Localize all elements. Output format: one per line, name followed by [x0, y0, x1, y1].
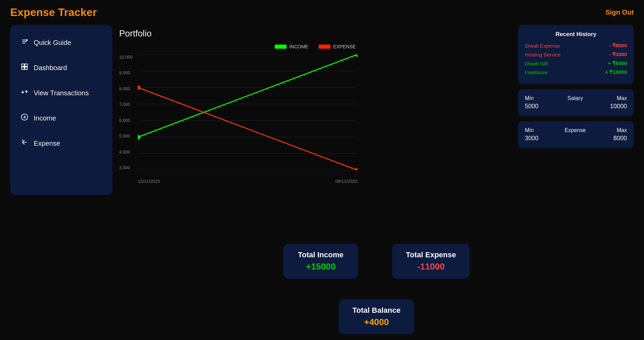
history-amount-3: + ₹10000 [605, 69, 627, 75]
history-item-1: Hosting Service - ₹3000 [525, 51, 627, 58]
expense-min-value: 3000 [525, 135, 538, 142]
sidebar-item-quick-guide[interactable]: Quick Guide [15, 32, 107, 53]
chart-container: Portfolio INCOME EXPENSE 10,000 [119, 25, 511, 233]
transactions-icon [21, 88, 28, 98]
quick-guide-icon [21, 38, 28, 47]
salary-stat-header: Min Salary Max [525, 95, 627, 101]
chart-area: 10,000 9,000 8,000 7,000 6,000 5,000 4,0… [119, 54, 357, 184]
x-label-start: 12/11/2023 [138, 179, 160, 184]
recent-history-title: Recent History [525, 31, 627, 38]
chart-svg [138, 54, 357, 170]
svg-point-25 [138, 135, 140, 140]
svg-line-27 [138, 87, 357, 170]
history-item-2: Diwali Gift + ₹5000 [525, 60, 627, 66]
sidebar-label-quick-guide: Quick Guide [34, 39, 71, 47]
right-panel: Recent History Diwali Expense - ₹8000 Ho… [518, 25, 634, 233]
salary-max-label: Max [617, 95, 627, 101]
history-item-0: Diwali Expense - ₹8000 [525, 43, 627, 49]
sidebar-label-expense: Expense [34, 140, 60, 147]
expense-stat-header: Min Expense Max [525, 127, 627, 133]
content-area: Portfolio INCOME EXPENSE 10,000 [119, 25, 634, 338]
sidebar-label-dashboard: Dashboard [34, 64, 67, 72]
income-legend-color [275, 45, 287, 49]
history-amount-0: - ₹8000 [609, 43, 627, 49]
x-axis-labels: 12/11/2023 09/11/2023 [138, 179, 357, 184]
main-layout: Quick Guide Dashboard View Transactions [0, 25, 644, 338]
svg-rect-8 [25, 67, 27, 69]
sidebar: Quick Guide Dashboard View Transactions [10, 25, 112, 195]
sidebar-item-income[interactable]: Income [15, 107, 107, 129]
total-balance-card: Total Balance +4000 [339, 299, 414, 334]
salary-max-value: 10000 [610, 103, 627, 110]
total-income-title: Total Income [297, 250, 344, 259]
total-expense-value: -11000 [406, 261, 456, 272]
svg-rect-7 [22, 67, 24, 69]
expense-min-label: Min [525, 127, 534, 133]
sign-out-button[interactable]: Sign Out [606, 9, 634, 16]
sidebar-label-view-transactions: View Transactions [34, 89, 89, 97]
portfolio-title: Portfolio [119, 28, 511, 39]
history-name-0: Diwali Expense [525, 43, 560, 49]
total-expense-card: Total Expense -11000 [392, 244, 470, 279]
history-item-3: Freelance + ₹10000 [525, 69, 627, 75]
income-icon [21, 113, 28, 123]
expense-legend-label: EXPENSE [333, 44, 356, 49]
svg-rect-5 [22, 64, 24, 66]
total-balance-value: +4000 [352, 317, 400, 327]
expense-stat-card: Min Expense Max 3000 8000 [518, 121, 634, 148]
expense-max-value: 8000 [613, 135, 627, 142]
total-balance-title: Total Balance [352, 306, 400, 315]
salary-stat-card: Min Salary Max 5000 10000 [518, 89, 634, 116]
svg-line-24 [138, 54, 357, 137]
expense-legend: EXPENSE [319, 44, 356, 49]
total-expense-title: Total Expense [406, 250, 456, 259]
expense-stat-values: 3000 8000 [525, 135, 627, 142]
y-axis-labels: 10,000 9,000 8,000 7,000 6,000 5,000 4,0… [119, 54, 138, 170]
income-legend-label: INCOME [289, 44, 308, 49]
history-amount-1: - ₹3000 [609, 51, 627, 58]
history-name-2: Diwali Gift [525, 61, 548, 66]
expense-max-label: Max [617, 127, 627, 133]
sidebar-label-income: Income [34, 114, 56, 122]
summary-section: Total Income +15000 Total Expense -11000… [119, 240, 634, 338]
history-amount-2: + ₹5000 [608, 60, 627, 66]
salary-min-label: Min [525, 95, 534, 101]
sidebar-item-view-transactions[interactable]: View Transactions [15, 82, 107, 104]
salary-stat-values: 5000 10000 [525, 103, 627, 110]
svg-point-26 [355, 54, 357, 57]
salary-label: Salary [567, 95, 583, 101]
portfolio-section: Portfolio INCOME EXPENSE 10,000 [119, 25, 634, 233]
sidebar-item-expense[interactable]: Expense [15, 132, 107, 154]
x-label-end: 09/11/2023 [335, 179, 357, 184]
svg-point-29 [355, 168, 357, 170]
salary-min-value: 5000 [525, 103, 538, 110]
total-income-card: Total Income +15000 [283, 244, 358, 279]
svg-rect-6 [25, 64, 27, 66]
recent-history-card: Recent History Diwali Expense - ₹8000 Ho… [518, 25, 634, 84]
expense-icon [21, 139, 28, 148]
sidebar-item-dashboard[interactable]: Dashboard [15, 57, 107, 79]
dashboard-icon [21, 63, 28, 72]
total-income-value: +15000 [297, 261, 344, 272]
svg-point-28 [138, 85, 140, 90]
expense-label: Expense [565, 127, 586, 133]
history-name-3: Freelance [525, 69, 548, 75]
income-legend: INCOME [275, 44, 308, 49]
header: Expense Tracker Sign Out [0, 0, 644, 25]
expense-legend-color [319, 45, 331, 49]
summary-row-1: Total Income +15000 Total Expense -11000 [283, 244, 470, 279]
chart-legend: INCOME EXPENSE [119, 44, 511, 49]
history-name-1: Hosting Service [525, 52, 561, 58]
app-title: Expense Tracker [10, 6, 97, 19]
